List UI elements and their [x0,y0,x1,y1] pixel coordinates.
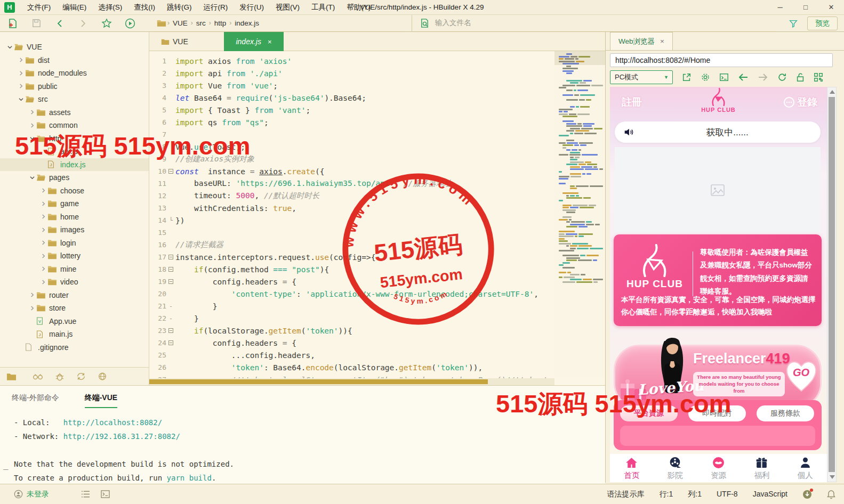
maximize-button[interactable]: □ [793,0,818,15]
register-link[interactable]: 註冊 [622,95,642,109]
menu-跳转[interactable]: 跳转(G) [161,0,198,15]
tree-item-game[interactable]: game [0,197,149,210]
browser-scrollbar[interactable] [827,87,837,482]
tree-item-main.js[interactable]: Jmain.js [0,328,149,341]
breadcrumb-item-http[interactable]: http [214,19,227,27]
code-line-4[interactable]: 4let Base64 = require('js-base64').Base6… [149,92,554,104]
code-line-10[interactable]: 10const instance = axios.create({ [149,165,554,177]
status-item-语法提示库[interactable]: 语法提示库 [607,490,645,499]
scroll-up-arrow[interactable] [830,90,835,94]
code-area[interactable]: 1import axios from 'axios'2import api fr… [149,51,554,378]
tree-item-assets[interactable]: assets [0,106,149,119]
star-icon[interactable] [100,17,113,30]
devtools-icon[interactable] [719,72,729,82]
chevron-right-icon[interactable] [39,227,47,232]
file-search[interactable]: 输入文件名 [412,15,776,32]
back-icon[interactable] [53,17,66,30]
chevron-right-icon[interactable] [39,240,47,245]
chevron-right-icon[interactable] [28,110,36,115]
chevron-down-icon[interactable] [28,136,36,141]
code-line-11[interactable]: 11 baseURL: 'https://696.1.haiwaiym35.to… [149,177,554,190]
code-line-27[interactable]: 27 //'token': localStorage.getItem("key"… [149,373,554,378]
tree-item-common[interactable]: common [0,119,149,132]
nav-back-icon[interactable] [738,73,749,82]
save-icon[interactable] [30,17,43,30]
browser-scrollbar-thumb[interactable] [829,97,835,472]
nav-forward-icon[interactable] [758,73,768,82]
bell-icon[interactable] [827,490,835,499]
tab-web-browser[interactable]: Web浏览器 × [610,32,673,50]
search-panel-icon[interactable] [33,372,43,381]
code-line-2[interactable]: 2import api from './api' [149,67,554,79]
chevron-right-icon[interactable] [39,254,47,258]
preview-button[interactable]: 预览 [807,17,838,30]
chevron-right-icon[interactable] [39,214,47,219]
status-item-JavaScript[interactable]: JavaScript [753,490,787,499]
tree-item-api.js[interactable]: Japi.js [0,145,149,158]
pill-服務條款[interactable]: 服務條款 [757,405,814,421]
menu-视图[interactable]: 视图(V) [270,0,306,15]
chevron-down-icon[interactable] [28,175,36,180]
tree-item-login[interactable]: login [0,237,149,250]
code-line-9[interactable]: 9//创建axios实例对象 [149,153,554,165]
chevron-right-icon[interactable] [39,280,47,284]
code-line-18[interactable]: 18 if(config.method === "post"){ [149,263,554,275]
outline-icon[interactable] [81,490,90,498]
update-icon[interactable] [802,490,812,499]
code-line-1[interactable]: 1import axios from 'axios' [149,55,554,67]
tree-item-index.js[interactable]: Jindex.js [0,158,149,172]
announcement-bar[interactable]: 获取中...... [615,121,821,143]
open-external-icon[interactable] [682,72,692,82]
code-line-8[interactable]: 8Vue.use(Toast); [149,141,554,153]
code-line-15[interactable]: 15 [149,226,554,239]
new-file-icon[interactable] [6,17,19,30]
fold-icon[interactable] [166,267,175,272]
settings-gear-icon[interactable] [701,72,710,82]
horizontal-scrollbar[interactable] [149,378,554,385]
tree-item-store[interactable]: store [0,302,149,315]
code-line-6[interactable]: 6import qs from "qs"; [149,116,554,128]
code-line-14[interactable]: 14└}) [149,214,554,226]
menu-运行[interactable]: 运行(R) [198,0,234,15]
tab-close-icon[interactable]: × [268,38,272,46]
app-tab-個人[interactable]: 個人 [784,454,827,482]
account-icon[interactable] [14,490,23,499]
code-line-26[interactable]: 26 'token': Base64.encode(localStorage.g… [149,361,554,373]
menu-工具[interactable]: 工具(T) [306,0,341,15]
refresh-icon[interactable] [777,72,787,82]
tab-terminal-vue[interactable]: 终端-VUE [85,393,117,408]
console-icon[interactable] [101,490,110,498]
tree-item-pages[interactable]: pages [0,171,149,184]
code-line-13[interactable]: 13 withCredentials: true, [149,202,554,214]
chevron-right-icon[interactable] [39,266,47,271]
menu-查找[interactable]: 查找(I) [128,0,161,15]
code-line-25[interactable]: 25 ...config.headers, [149,349,554,361]
chevron-right-icon[interactable] [39,188,47,193]
code-line-20[interactable]: 20 'content-type': 'application/x-www-fo… [149,288,554,300]
terminal-link[interactable]: yarn build [167,474,212,482]
app-tab-影院[interactable]: 影院 [653,454,696,482]
tree-item-video[interactable]: video [0,275,149,289]
app-tab-资源[interactable]: 资源 [697,454,740,482]
run-icon[interactable] [124,17,136,30]
code-line-12[interactable]: 12 timeout: 5000, //默认超时时长 [149,190,554,202]
tree-item-public[interactable]: public [0,80,149,93]
menu-编辑[interactable]: 编辑(E) [57,0,92,15]
chevron-down-icon[interactable] [17,97,25,102]
terminal-link[interactable]: http://192.168.31.27:8082/ [63,432,180,441]
code-line-21[interactable]: 21- } [149,300,554,312]
pill-平台資源[interactable]: 平台資源 [620,405,678,421]
tree-item-lottery[interactable]: lottery [0,249,149,263]
tree-item-choose[interactable]: choose [0,184,149,198]
code-line-19[interactable]: 19 config.headers = { [149,275,554,288]
code-line-22[interactable]: 22- } [149,312,554,324]
browser-tab-close-icon[interactable]: × [660,37,664,45]
web-panel-icon[interactable] [98,372,107,381]
device-mode-select[interactable]: PC模式▼ [610,70,673,84]
status-item-UTF-8[interactable]: UTF-8 [717,490,738,499]
chevron-right-icon[interactable] [28,292,36,297]
menu-文件[interactable]: 文件(F) [21,0,57,15]
fold-icon[interactable] [166,340,175,345]
tree-item-images[interactable]: images [0,223,149,237]
promo-banner[interactable]: LoveYou Freelancer419 There are so many … [614,345,822,409]
